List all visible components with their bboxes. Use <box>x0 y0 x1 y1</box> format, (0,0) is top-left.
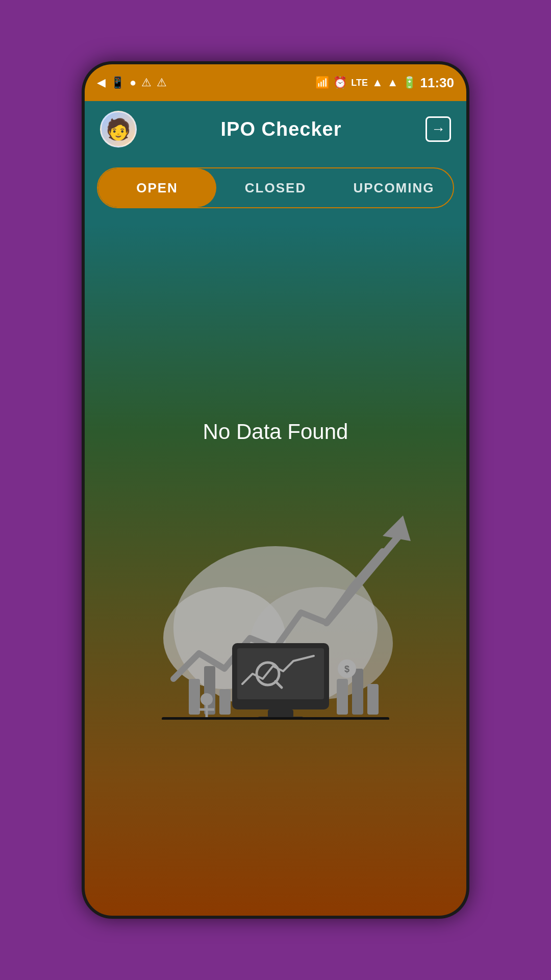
signal-arrow-icon: ◀ <box>97 76 106 89</box>
signal-bars-icon: ▲ <box>372 76 383 89</box>
svg-rect-15 <box>352 669 363 715</box>
avatar-emoji: 🧑 <box>106 117 131 141</box>
time-display: 11:30 <box>420 75 455 91</box>
phone-inner: ◀ 📱 ● ⚠ ⚠ 📶 ⏰ LTE ▲ ▲ 🔋 11:30 🧑 IPO Chec… <box>85 64 466 916</box>
svg-rect-14 <box>337 679 348 715</box>
svg-rect-7 <box>268 709 293 718</box>
svg-rect-16 <box>367 684 379 715</box>
svg-rect-13 <box>219 689 231 715</box>
status-icons-left: ◀ 📱 ● ⚠ ⚠ <box>97 76 167 89</box>
status-bar: ◀ 📱 ● ⚠ ⚠ 📶 ⏰ LTE ▲ ▲ 🔋 11:30 <box>85 64 466 101</box>
whatsapp-icon: 📱 <box>111 76 124 89</box>
svg-marker-4 <box>383 516 411 541</box>
no-data-text: No Data Found <box>203 420 348 444</box>
svg-point-17 <box>201 693 213 705</box>
tab-closed-label: CLOSED <box>245 180 306 196</box>
battery-icon: 🔋 <box>403 76 416 89</box>
signal-bars-icon-2: ▲ <box>387 76 398 89</box>
wifi-icon: 📶 <box>315 76 329 89</box>
logout-button[interactable] <box>425 116 451 142</box>
main-content: No Data Found <box>85 224 466 916</box>
tab-closed[interactable]: CLOSED <box>216 168 335 207</box>
warning-icon-2: ⚠ <box>157 76 167 89</box>
circle-icon: ● <box>130 76 136 89</box>
svg-text:$: $ <box>344 664 349 674</box>
empty-state-illustration: $ <box>133 464 418 720</box>
tab-open[interactable]: OPEN <box>98 168 216 207</box>
app-title: IPO Checker <box>221 118 342 140</box>
tab-upcoming-label: UPCOMING <box>354 180 435 196</box>
status-icons-right: 📶 ⏰ LTE ▲ ▲ 🔋 11:30 <box>315 75 454 91</box>
logout-icon <box>425 116 451 142</box>
phone-frame: ◀ 📱 ● ⚠ ⚠ 📶 ⏰ LTE ▲ ▲ 🔋 11:30 🧑 IPO Chec… <box>82 61 469 919</box>
alarm-icon: ⏰ <box>333 76 347 89</box>
tab-bar: OPEN CLOSED UPCOMING <box>97 167 454 208</box>
app-header: 🧑 IPO Checker <box>85 101 466 157</box>
tab-upcoming[interactable]: UPCOMING <box>335 168 453 207</box>
avatar: 🧑 <box>100 111 137 148</box>
lte-icon: LTE <box>351 78 368 88</box>
svg-rect-11 <box>189 679 200 715</box>
tab-bar-container: OPEN CLOSED UPCOMING <box>85 157 466 224</box>
warning-icon-1: ⚠ <box>141 76 152 89</box>
tab-open-label: OPEN <box>136 180 178 196</box>
